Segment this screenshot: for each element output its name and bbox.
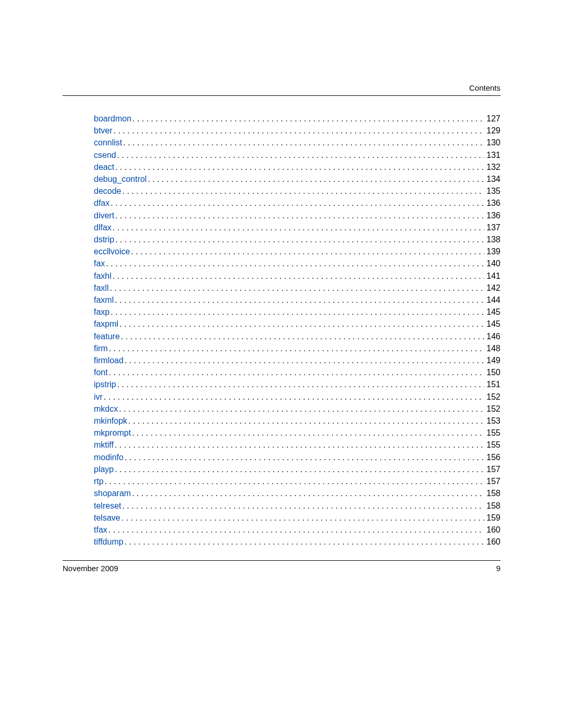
toc-entry-page: 146 bbox=[484, 330, 500, 342]
toc-entry-page: 159 bbox=[484, 512, 500, 524]
toc-entry-link[interactable]: dfax bbox=[94, 197, 109, 209]
toc-entry: dlfax137 bbox=[94, 221, 500, 233]
toc-entry-link[interactable]: telreset bbox=[94, 500, 121, 512]
toc-entry: mktiff155 bbox=[94, 439, 500, 451]
toc-entry-link[interactable]: csend bbox=[94, 149, 116, 161]
toc-entry-link[interactable]: font bbox=[94, 366, 108, 378]
toc-leader-dots bbox=[114, 463, 484, 475]
toc-entry-link[interactable]: dlfax bbox=[94, 221, 112, 233]
toc-entry: font150 bbox=[94, 366, 500, 378]
toc-leader-dots bbox=[118, 403, 484, 415]
toc-entry-page: 155 bbox=[484, 427, 500, 439]
toc-entry-link[interactable]: faxml bbox=[94, 294, 114, 306]
toc-entry: faxp145 bbox=[94, 306, 500, 318]
toc-leader-dots bbox=[131, 113, 484, 125]
toc-entry: deact132 bbox=[94, 161, 500, 173]
toc-entry: shoparam158 bbox=[94, 487, 500, 499]
toc-entry: telreset158 bbox=[94, 500, 500, 512]
toc-leader-dots bbox=[131, 487, 484, 499]
toc-leader-dots bbox=[121, 185, 485, 197]
toc-entry-link[interactable]: firm bbox=[94, 342, 108, 354]
toc-entry-link[interactable]: playp bbox=[94, 463, 114, 475]
footer-page-number: 9 bbox=[496, 564, 500, 573]
toc-entry-link[interactable]: eccllvoice bbox=[94, 245, 130, 257]
toc-entry-link[interactable]: debug_control bbox=[94, 173, 146, 185]
toc-entry-page: 129 bbox=[484, 125, 500, 137]
toc-entry-page: 160 bbox=[484, 536, 500, 548]
toc-leader-dots bbox=[118, 318, 484, 330]
toc-entry-link[interactable]: divert bbox=[94, 209, 114, 221]
toc-leader-dots bbox=[130, 245, 484, 257]
toc-entry-link[interactable]: ivr bbox=[94, 391, 103, 403]
toc-entry-page: 156 bbox=[484, 451, 500, 463]
toc-entry-link[interactable]: modinfo bbox=[94, 451, 124, 463]
toc-entry: boardmon127 bbox=[94, 113, 500, 125]
toc-entry-link[interactable]: tiffdump bbox=[94, 536, 124, 548]
toc-entry-link[interactable]: fax bbox=[94, 257, 105, 269]
toc-leader-dots bbox=[114, 233, 484, 245]
toc-entry-page: 135 bbox=[484, 185, 500, 197]
toc-entry-link[interactable]: decode bbox=[94, 185, 121, 197]
toc-entry: faxhl141 bbox=[94, 270, 500, 282]
toc-entry: eccllvoice139 bbox=[94, 245, 500, 257]
toc-entry: firm148 bbox=[94, 342, 500, 354]
toc-entry-page: 149 bbox=[484, 354, 500, 366]
toc-entry: modinfo156 bbox=[94, 451, 500, 463]
toc-entry: debug_control134 bbox=[94, 173, 500, 185]
toc-leader-dots bbox=[108, 366, 485, 378]
toc-entry-page: 134 bbox=[484, 173, 500, 185]
toc-entry-link[interactable]: telsave bbox=[94, 512, 120, 524]
toc-entry-link[interactable]: mkdcx bbox=[94, 403, 118, 415]
toc-entry-link[interactable]: ipstrip bbox=[94, 378, 116, 390]
toc-leader-dots bbox=[131, 427, 484, 439]
toc-entry-page: 138 bbox=[484, 233, 500, 245]
toc-entry-link[interactable]: faxp bbox=[94, 306, 109, 318]
toc-entry-page: 130 bbox=[484, 137, 500, 149]
toc-entry-link[interactable]: shoparam bbox=[94, 487, 131, 499]
toc-leader-dots bbox=[108, 342, 485, 354]
toc-leader-dots bbox=[114, 294, 484, 306]
toc-entry-page: 139 bbox=[484, 245, 500, 257]
toc-leader-dots bbox=[103, 391, 484, 403]
toc-entry-link[interactable]: connlist bbox=[94, 137, 122, 149]
toc-entry-link[interactable]: mkprompt bbox=[94, 427, 131, 439]
toc-entry-page: 144 bbox=[484, 294, 500, 306]
toc-entry-page: 148 bbox=[484, 342, 500, 354]
toc-entry-page: 145 bbox=[484, 318, 500, 330]
toc-entry-link[interactable]: btver bbox=[94, 125, 113, 137]
toc-entry: decode135 bbox=[94, 185, 500, 197]
toc-entry-page: 140 bbox=[484, 257, 500, 269]
toc-entry: csend131 bbox=[94, 149, 500, 161]
toc-entry: rtp157 bbox=[94, 475, 500, 487]
toc-leader-dots bbox=[104, 475, 485, 487]
toc-entry: mkprompt155 bbox=[94, 427, 500, 439]
toc-leader-dots bbox=[114, 209, 484, 221]
toc-entry-page: 153 bbox=[484, 415, 500, 427]
toc-leader-dots bbox=[146, 173, 484, 185]
toc-entry-link[interactable]: tfax bbox=[94, 524, 107, 536]
toc-entry: faxml144 bbox=[94, 294, 500, 306]
toc-entry-link[interactable]: deact bbox=[94, 161, 114, 173]
toc-entry-link[interactable]: faxll bbox=[94, 282, 108, 294]
toc-entry-link[interactable]: mktiff bbox=[94, 439, 114, 451]
toc-entry: telsave159 bbox=[94, 512, 500, 524]
toc-entry-link[interactable]: dstrip bbox=[94, 233, 114, 245]
toc-entry-page: 160 bbox=[484, 524, 500, 536]
toc-entry-link[interactable]: boardmon bbox=[94, 113, 131, 125]
toc-entry-page: 141 bbox=[484, 270, 500, 282]
header-section-label: Contents bbox=[63, 83, 500, 92]
toc-entry-link[interactable]: firmload bbox=[94, 354, 124, 366]
toc-entry: ivr152 bbox=[94, 391, 500, 403]
toc-entry-link[interactable]: mkinfopk bbox=[94, 415, 127, 427]
toc-entry-link[interactable]: faxpml bbox=[94, 318, 118, 330]
toc-entry: dfax136 bbox=[94, 197, 500, 209]
toc-entry-link[interactable]: rtp bbox=[94, 475, 104, 487]
toc-leader-dots bbox=[120, 330, 484, 342]
toc-entry-page: 137 bbox=[484, 221, 500, 233]
toc-entry-page: 155 bbox=[484, 439, 500, 451]
toc-entry-page: 136 bbox=[484, 197, 500, 209]
toc-entry-page: 132 bbox=[484, 161, 500, 173]
toc-entry-link[interactable]: feature bbox=[94, 330, 120, 342]
toc-leader-dots bbox=[124, 354, 484, 366]
toc-entry-link[interactable]: faxhl bbox=[94, 270, 112, 282]
